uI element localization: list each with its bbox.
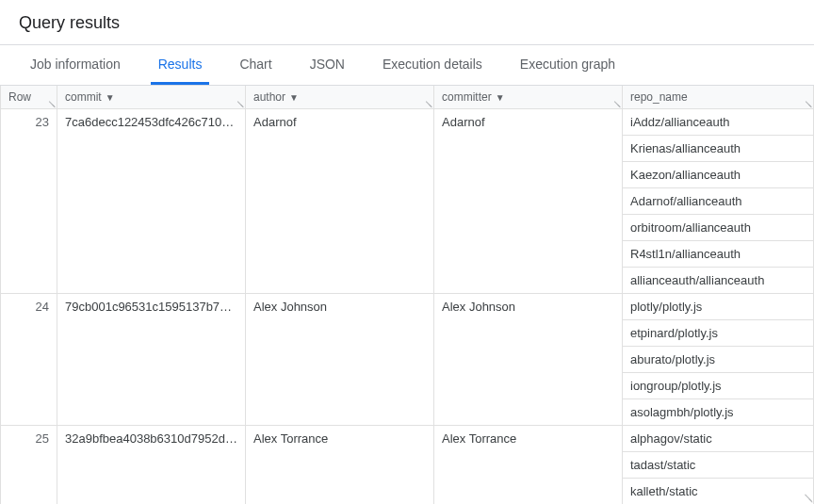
resize-handle-icon[interactable] — [424, 100, 431, 107]
column-header-repo-name[interactable]: repo_name — [623, 86, 814, 109]
cell-repo-name: plotly/plotly.js — [623, 294, 814, 320]
column-header-committer[interactable]: committer ▼ — [434, 86, 623, 109]
tab-results[interactable]: Results — [151, 45, 210, 85]
cell-repo-name: asolagmbh/plotly.js — [623, 399, 814, 426]
cell-repo-name: Krienas/allianceauth — [623, 136, 814, 162]
cell-row-num: 24 — [1, 294, 57, 426]
results-table: Row commit ▼ author ▼ committer ▼ repo_n… — [0, 86, 814, 504]
tab-json[interactable]: JSON — [302, 45, 352, 85]
column-header-author[interactable]: author ▼ — [246, 86, 434, 109]
cell-author: Adarnof — [246, 109, 434, 294]
cell-committer: Alex Torrance — [434, 426, 623, 505]
table-row: 2479cb001c96531c1595137b79b...Alex Johns… — [1, 294, 814, 320]
cell-repo-name: allianceauth/allianceauth — [623, 268, 814, 294]
column-label: committer — [442, 90, 492, 104]
cell-repo-name: etpinard/plotly.js — [623, 320, 814, 347]
cell-author: Alex Johnson — [246, 294, 434, 426]
table-row: 2532a9bfbea4038b6310d7952d1...Alex Torra… — [1, 426, 814, 452]
window-resize-grip-icon[interactable] — [803, 493, 812, 502]
resize-handle-icon[interactable] — [47, 100, 55, 107]
column-label: commit — [65, 90, 102, 104]
cell-repo-name: iongroup/plotly.js — [623, 373, 814, 399]
column-header-commit[interactable]: commit ▼ — [57, 86, 246, 109]
cell-repo-name: Adarnof/allianceauth — [623, 188, 814, 215]
tab-chart[interactable]: Chart — [232, 45, 279, 85]
cell-repo-name: orbitroom/allianceauth — [623, 215, 814, 241]
cell-repo-name: alphagov/static — [623, 426, 814, 452]
resize-handle-icon[interactable] — [804, 100, 811, 107]
cell-row-num: 25 — [1, 426, 57, 505]
table-row: 237ca6decc122453dfc426c710c9...AdarnofAd… — [1, 109, 814, 136]
column-label: author — [253, 90, 285, 104]
page-title: Query results — [0, 0, 814, 45]
tabs-bar: Job informationResultsChartJSONExecution… — [0, 45, 814, 86]
cell-author: Alex Torrance — [246, 426, 434, 505]
cell-repo-name: R4stl1n/allianceauth — [623, 241, 814, 268]
resize-handle-icon[interactable] — [612, 100, 620, 107]
cell-repo-name: iAddz/allianceauth — [623, 109, 814, 136]
cell-repo-name: tadast/static — [623, 452, 814, 479]
tab-execution-graph[interactable]: Execution graph — [513, 45, 623, 85]
cell-committer: Alex Johnson — [434, 294, 623, 426]
tab-job-information[interactable]: Job information — [23, 45, 128, 85]
cell-row-num: 23 — [1, 109, 57, 294]
cell-commit: 79cb001c96531c1595137b79b... — [57, 294, 246, 426]
tab-execution-details[interactable]: Execution details — [375, 45, 490, 85]
column-header-row[interactable]: Row — [1, 86, 57, 109]
sort-icon: ▼ — [289, 92, 299, 103]
cell-commit: 7ca6decc122453dfc426c710c9... — [57, 109, 246, 294]
cell-repo-name: Kaezon/allianceauth — [623, 162, 814, 188]
column-label: Row — [8, 90, 31, 104]
cell-repo-name: aburato/plotly.js — [623, 347, 814, 373]
cell-repo-name: kalleth/static — [623, 479, 814, 505]
cell-committer: Adarnof — [434, 109, 623, 294]
resize-handle-icon[interactable] — [236, 100, 243, 107]
column-label: repo_name — [630, 90, 688, 104]
sort-icon: ▼ — [106, 92, 115, 103]
cell-commit: 32a9bfbea4038b6310d7952d1... — [57, 426, 246, 505]
sort-icon: ▼ — [496, 92, 505, 103]
